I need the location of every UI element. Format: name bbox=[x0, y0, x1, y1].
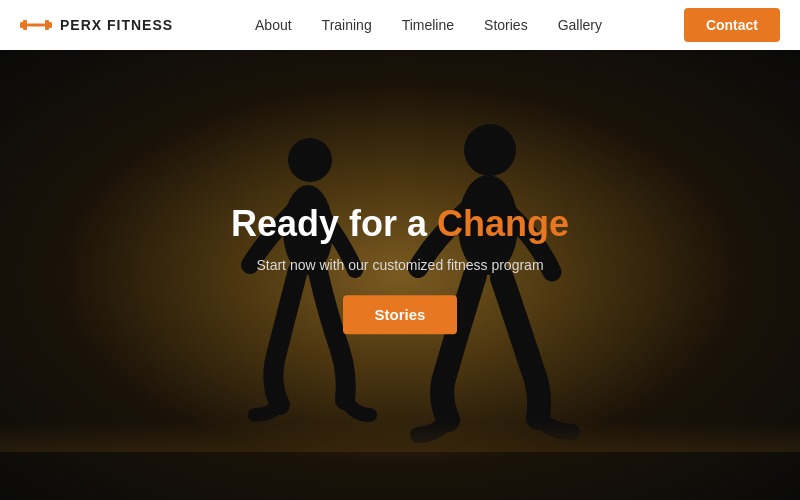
svg-rect-2 bbox=[23, 20, 27, 30]
nav-item-gallery[interactable]: Gallery bbox=[558, 16, 602, 34]
svg-rect-3 bbox=[45, 20, 49, 30]
nav-item-stories[interactable]: Stories bbox=[484, 16, 528, 34]
nav-links: About Training Timeline Stories Gallery bbox=[255, 16, 602, 34]
hero-background: Ready for a Change Start now with our cu… bbox=[0, 50, 800, 500]
nav-link-about[interactable]: About bbox=[255, 17, 292, 33]
nav-link-timeline[interactable]: Timeline bbox=[402, 17, 454, 33]
nav-link-training[interactable]: Training bbox=[322, 17, 372, 33]
hero-section: Ready for a Change Start now with our cu… bbox=[0, 50, 800, 500]
ground-glow bbox=[0, 422, 800, 452]
logo: PERX FITNESS bbox=[20, 14, 173, 36]
brand-name: PERX FITNESS bbox=[60, 17, 173, 33]
hero-content: Ready for a Change Start now with our cu… bbox=[150, 202, 650, 334]
hero-subtitle: Start now with our customized fitness pr… bbox=[150, 257, 650, 273]
svg-point-7 bbox=[464, 124, 516, 176]
hero-cta-button[interactable]: Stories bbox=[343, 295, 458, 334]
contact-button[interactable]: Contact bbox=[684, 8, 780, 42]
hero-title: Ready for a Change bbox=[150, 202, 650, 245]
nav-link-stories[interactable]: Stories bbox=[484, 17, 528, 33]
nav-item-timeline[interactable]: Timeline bbox=[402, 16, 454, 34]
nav-link-gallery[interactable]: Gallery bbox=[558, 17, 602, 33]
svg-rect-4 bbox=[27, 24, 45, 27]
nav-item-training[interactable]: Training bbox=[322, 16, 372, 34]
hero-title-accent: Change bbox=[437, 203, 569, 244]
svg-point-5 bbox=[288, 138, 332, 182]
nav-item-about[interactable]: About bbox=[255, 16, 292, 34]
navbar: PERX FITNESS About Training Timeline Sto… bbox=[0, 0, 800, 50]
logo-icon bbox=[20, 14, 52, 36]
hero-title-prefix: Ready for a bbox=[231, 203, 437, 244]
